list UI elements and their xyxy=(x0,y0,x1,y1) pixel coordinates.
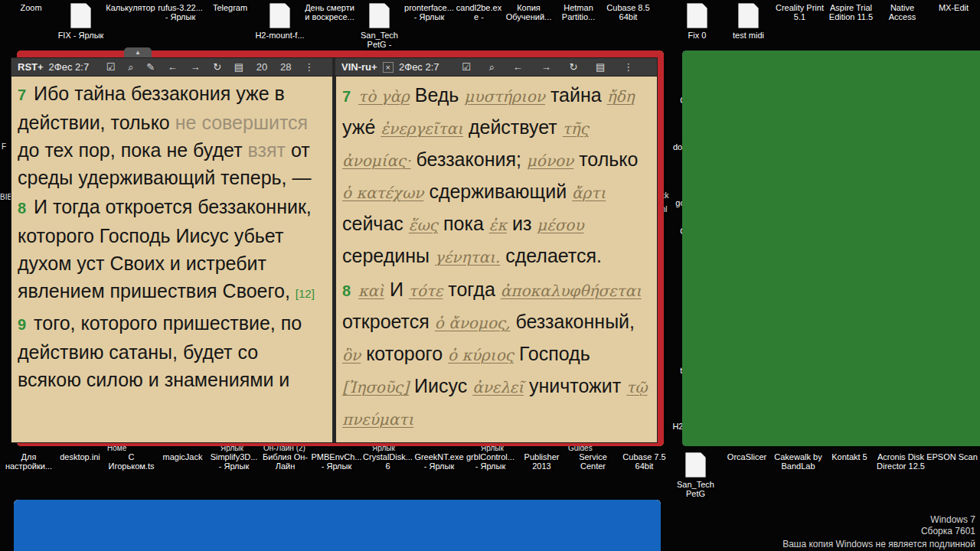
menu-icon[interactable]: ⋮ xyxy=(622,61,634,73)
forward-icon[interactable]: → xyxy=(189,61,201,73)
desktop-icon-magicjack[interactable]: mmagicJack xyxy=(157,452,208,498)
kaspersky-secure-co-icon: K xyxy=(682,51,980,446)
icon-label: candl2be.exe - xyxy=(454,3,504,21)
verse-text: беззаконный, xyxy=(515,311,635,332)
greek-word[interactable]: καὶ xyxy=(358,282,384,300)
verse-text: Иисус xyxy=(414,375,467,396)
verse-text: беззакония; xyxy=(416,148,521,170)
left-reference[interactable]: 2Фес 2:7 xyxy=(49,61,90,73)
desktop-icon-san-tech-petg[interactable]: San_Tech PetG xyxy=(670,452,721,498)
icon-label: magicJack xyxy=(157,452,208,461)
san-tech-petg-ярлык-icon xyxy=(369,3,390,28)
desktop-icon-cubase-7-5-64bit[interactable]: ◆Cubase 7.5 64bit xyxy=(619,452,670,498)
icon-label: Hetman Partitio... xyxy=(554,3,603,21)
back-icon[interactable]: ← xyxy=(167,61,178,73)
left-module-tab[interactable]: RST+ xyxy=(18,61,44,73)
desktop-icon-для-настройки[interactable]: ДДля настройки... xyxy=(3,452,54,498)
icon-label: PMBEnvCh... - Ярлык xyxy=(311,452,362,471)
verse-text: пока xyxy=(443,213,484,234)
greek-word[interactable]: ὃν xyxy=(342,346,361,364)
app-header: RST+ 2Фес 2:7 ☑⌕✎←→↻▤2028⋮ VIN-ru+ × 2Фе… xyxy=(11,57,658,77)
rst-text-pane[interactable]: 7 Ибо тайна беззакония уже в действии, т… xyxy=(11,77,332,442)
greek-word[interactable]: ἤδη xyxy=(607,87,635,106)
close-module-icon[interactable]: × xyxy=(383,62,394,73)
verse-number: 8 xyxy=(342,282,353,299)
greek-word[interactable]: μόνον xyxy=(527,152,573,170)
icon-label: Publisher 2013 xyxy=(516,452,567,471)
strongs-toggle-icon[interactable]: ☑ xyxy=(461,61,472,73)
collapse-handle[interactable]: ▲ xyxy=(124,47,152,58)
refresh-icon[interactable]: ↻ xyxy=(212,61,222,73)
desktop-icon-acronis-disk-director-12-5[interactable]: AAcronis Disk Director 12.5 xyxy=(875,452,926,498)
greek-word[interactable]: τότε xyxy=(409,282,443,300)
font-size-28-button[interactable]: 28 xyxy=(279,61,292,73)
right-reference[interactable]: 2Фес 2:7 xyxy=(399,61,439,73)
greek-word[interactable]: ἐνεργεῖται xyxy=(381,119,463,138)
forward-icon[interactable]: → xyxy=(541,61,552,73)
h2-mount-f-icon xyxy=(270,3,290,28)
greek-word[interactable]: μέσου xyxy=(537,216,583,234)
verse-text: Господь xyxy=(519,343,590,364)
note-icon[interactable]: ✎ xyxy=(145,61,155,73)
desktop-icon-service-center[interactable]: SService Center xyxy=(567,452,619,498)
search-icon[interactable]: ⌕ xyxy=(127,61,134,73)
desktop-icon-publisher-2013[interactable]: PPublisher 2013 xyxy=(516,452,567,498)
verse-text: только xyxy=(579,148,638,170)
desktop-icon-kontakt-5[interactable]: KKontakt 5 xyxy=(824,452,875,498)
strongs-toggle-icon[interactable]: ☑ xyxy=(106,61,116,73)
desktop-icon-с-игорьком-ts[interactable]: ▲С Игорьком.ts xyxy=(106,452,157,498)
greek-word[interactable]: ἀνελεῖ xyxy=(472,378,524,396)
greek-word[interactable]: ὁ κύριος xyxy=(448,346,514,364)
greek-word[interactable]: ἄρτι xyxy=(572,184,606,202)
icon-label: Service Center xyxy=(567,452,619,471)
greek-word[interactable]: ὁ ἄνομος, xyxy=(435,314,511,332)
verse-7: 7 Ибо тайна беззакония уже в действии, т… xyxy=(18,80,326,191)
left-pane-header: RST+ 2Фес 2:7 ☑⌕✎←→↻▤2028⋮ xyxy=(11,58,335,76)
refresh-icon[interactable]: ↻ xyxy=(568,61,578,73)
font-size-20-button[interactable]: 20 xyxy=(256,61,268,73)
bible-app-window: ▲ RST+ 2Фес 2:7 ☑⌕✎←→↻▤2028⋮ VIN-ru+ × 2… xyxy=(11,47,658,443)
greek-word[interactable]: ἐκ xyxy=(489,216,507,234)
search-icon[interactable]: ⌕ xyxy=(488,61,495,73)
desktop-bottom-icon-row: ДДля настройки...⚙desktop.ini▲С Игорьком… xyxy=(3,452,980,498)
greek-word[interactable]: γένηται. xyxy=(435,248,500,266)
icon-label: Acronis Disk Director 12.5 xyxy=(875,452,926,471)
desktop-icon-библия-он-лайн[interactable]: ▤Библия Он-Лайн xyxy=(260,452,311,498)
verse-text: того, которого пришествие, по действию с… xyxy=(18,312,302,390)
desktop-icon-greeknt-exe-ярлык[interactable]: GGreekNT.exe - Ярлык xyxy=(413,452,465,498)
desktop-icon-simplify3d-ярлык[interactable]: SSimplify3D... - Ярлык xyxy=(208,452,260,498)
verse-number: 7 xyxy=(342,88,353,105)
icon-label: С Игорьком.ts xyxy=(106,452,157,471)
desktop-icon-epson-scan[interactable]: EEPSON Scan xyxy=(926,452,978,498)
back-icon[interactable]: ← xyxy=(512,61,524,73)
verse-text: которого xyxy=(366,343,443,364)
greek-word[interactable]: ἕως xyxy=(409,216,438,234)
obscured-icon-label[interactable]: F xyxy=(2,142,6,151)
desktop-icon-crystaldisk-6[interactable]: CCrystalDisk... 6 xyxy=(362,452,413,498)
greek-word[interactable]: ἀποκαλυφθήσεται xyxy=(501,282,642,300)
desktop-icon-desktop-ini[interactable]: ⚙desktop.ini xyxy=(54,452,106,498)
desktop-icon-pmbenvch-ярлык[interactable]: PPMBEnvCh... - Ярлык xyxy=(311,452,362,498)
desktop-icon-grblcontrol-ярлык[interactable]: ggrblControl... - Ярлык xyxy=(465,452,516,498)
greek-word[interactable]: τὸ γὰρ xyxy=(358,87,410,106)
desktop-icon-kaspersky-secure-co[interactable]: KKaspersky Secure Co... xyxy=(929,394,978,450)
verse-text: до тех пор, пока не будет xyxy=(18,139,243,161)
verse-7: 7 τὸ γὰρ Ведь μυστήριον тайна ἤδη уже́ ἐ… xyxy=(342,80,651,272)
bookmark-icon[interactable]: ▤ xyxy=(595,61,606,73)
greek-word[interactable]: [Ἰησοῦς] xyxy=(342,378,409,396)
bookmark-icon[interactable]: ▤ xyxy=(234,61,244,73)
watermark-genuine-notice: Ваша копия Windows не является подлинной xyxy=(782,539,975,550)
greek-word[interactable]: μυστήριον xyxy=(464,87,545,106)
verse-text: откроется xyxy=(342,311,430,332)
right-module-tab[interactable]: VIN-ru+ xyxy=(341,61,377,73)
icon-label: grblControl... - Ярлык xyxy=(465,452,516,471)
verse-number: 7 xyxy=(18,86,28,103)
desktop-icon-orcaslicer[interactable]: OOrcaSlicer xyxy=(721,452,773,498)
desktop-icon-cakewalk-by-bandlab[interactable]: CCakewalk by BandLab xyxy=(773,452,824,498)
watermark-build: Сборка 7601 xyxy=(782,526,975,537)
greek-word[interactable]: ὁ κατέχων xyxy=(342,184,423,202)
icon-label: Kontakt 5 xyxy=(824,452,875,461)
interlinear-text-pane[interactable]: 7 τὸ γὰρ Ведь μυστήριον тайна ἤδη уже́ ἐ… xyxy=(336,77,657,442)
icon-label: Creality Print 5.1 xyxy=(775,3,825,21)
menu-icon[interactable]: ⋮ xyxy=(303,61,315,73)
